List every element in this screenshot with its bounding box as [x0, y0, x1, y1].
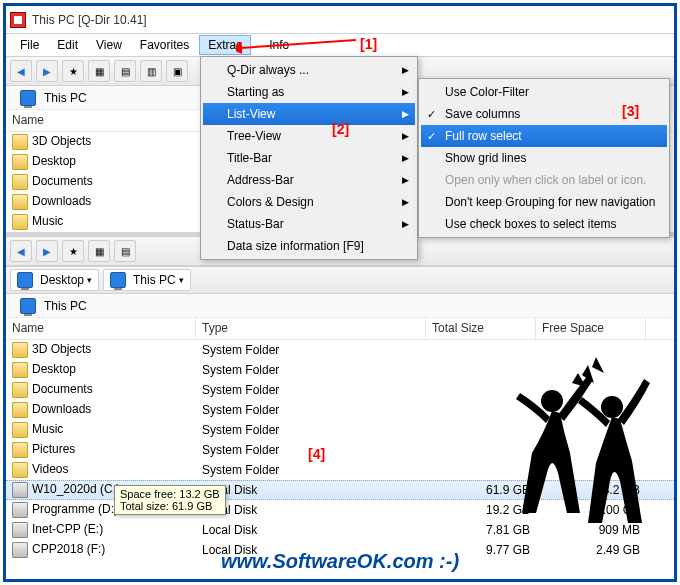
tooltip: Space free: 13.2 GB Total size: 61.9 GB: [114, 485, 226, 515]
menu-qdir-always[interactable]: Q-Dir always ...▶: [203, 59, 415, 81]
back-button[interactable]: ◀: [10, 240, 32, 262]
col-name[interactable]: Name: [6, 318, 196, 339]
pc-icon: [110, 272, 126, 288]
crumb-thispc[interactable]: This PC ▾: [103, 269, 191, 291]
star-button[interactable]: ★: [62, 60, 84, 82]
footer-text: www.SoftwareOK.com :-): [6, 550, 674, 573]
tab-thispc[interactable]: This PC: [12, 296, 95, 316]
forward-button[interactable]: ▶: [36, 240, 58, 262]
submenu-arrow-icon: ▶: [402, 65, 409, 75]
menu-status-bar[interactable]: Status-Bar▶: [203, 213, 415, 235]
svg-line-1: [240, 40, 356, 48]
submenu-arrow-icon: ▶: [402, 175, 409, 185]
extras-menu: Q-Dir always ...▶ Starting as▶ List-View…: [200, 56, 418, 260]
app-icon: [10, 12, 26, 28]
crumb-label: Desktop: [40, 273, 84, 287]
drive-icon: [12, 522, 28, 538]
pc-icon: [20, 298, 36, 314]
tab-label: This PC: [44, 91, 87, 105]
tooltip-line: Space free: 13.2 GB: [120, 488, 220, 500]
arrow-annotation: [236, 32, 366, 56]
chevron-down-icon: ▾: [179, 275, 184, 285]
title-bar: This PC [Q-Dir 10.41]: [6, 6, 674, 34]
tab-label: This PC: [44, 299, 87, 313]
desktop-icon: [17, 272, 33, 288]
menu-full-row-select[interactable]: ✓Full row select: [421, 125, 667, 147]
window-title: This PC [Q-Dir 10.41]: [32, 13, 147, 27]
folder-icon: [12, 214, 28, 230]
tool-button[interactable]: ▦: [88, 60, 110, 82]
folder-icon: [12, 342, 28, 358]
annotation-2: [2]: [332, 121, 349, 137]
drive-icon: [12, 502, 28, 518]
menu-grid-lines[interactable]: Show grid lines: [421, 147, 667, 169]
menu-tree-view[interactable]: Tree-View▶: [203, 125, 415, 147]
address-bar: Desktop ▾ This PC ▾: [6, 266, 674, 294]
back-button[interactable]: ◀: [10, 60, 32, 82]
menu-starting-as[interactable]: Starting as▶: [203, 81, 415, 103]
crumb-label: This PC: [133, 273, 176, 287]
submenu-arrow-icon: ▶: [402, 131, 409, 141]
folder-icon: [12, 154, 28, 170]
menu-view[interactable]: View: [88, 36, 130, 54]
menu-open-only: Open only when click on label or icon.: [421, 169, 667, 191]
star-button[interactable]: ★: [62, 240, 84, 262]
tool-button[interactable]: ▤: [114, 240, 136, 262]
svg-point-3: [601, 396, 623, 418]
submenu-arrow-icon: ▶: [402, 197, 409, 207]
menu-color-filter[interactable]: Use Color-Filter: [421, 81, 667, 103]
listview-submenu: Use Color-Filter ✓Save columns ✓Full row…: [418, 78, 670, 238]
menu-no-grouping[interactable]: Don't keep Grouping for new navigation: [421, 191, 667, 213]
tab-row-lower: This PC: [6, 294, 674, 318]
submenu-arrow-icon: ▶: [402, 87, 409, 97]
tool-button[interactable]: ▦: [88, 240, 110, 262]
folder-icon: [12, 382, 28, 398]
tool-button[interactable]: ▤: [114, 60, 136, 82]
annotation-4: [4]: [308, 446, 325, 462]
column-headers-lower: Name Type Total Size Free Space: [6, 318, 674, 340]
folder-icon: [12, 362, 28, 378]
check-icon: ✓: [427, 108, 436, 121]
tool-button[interactable]: ▥: [140, 60, 162, 82]
folder-icon: [12, 174, 28, 190]
menu-list-view[interactable]: List-View▶: [203, 103, 415, 125]
menu-address-bar[interactable]: Address-Bar▶: [203, 169, 415, 191]
folder-icon: [12, 462, 28, 478]
tab-thispc[interactable]: This PC: [12, 88, 95, 108]
menu-file[interactable]: File: [12, 36, 47, 54]
folder-icon: [12, 194, 28, 210]
folder-icon: [12, 134, 28, 150]
pc-icon: [20, 90, 36, 106]
menu-check-boxes[interactable]: Use check boxes to select items: [421, 213, 667, 235]
submenu-arrow-icon: ▶: [402, 219, 409, 229]
check-icon: ✓: [427, 130, 436, 143]
dancers-graphic: [492, 353, 662, 533]
col-free[interactable]: Free Space: [536, 318, 646, 339]
svg-point-2: [541, 390, 563, 412]
col-type[interactable]: Type: [196, 318, 426, 339]
menu-favorites[interactable]: Favorites: [132, 36, 197, 54]
crumb-desktop[interactable]: Desktop ▾: [10, 269, 99, 291]
annotation-1: [1]: [360, 36, 377, 52]
folder-icon: [12, 422, 28, 438]
col-total[interactable]: Total Size: [426, 318, 536, 339]
col-name[interactable]: Name: [6, 110, 206, 131]
folder-icon: [12, 402, 28, 418]
submenu-arrow-icon: ▶: [402, 153, 409, 163]
annotation-3: [3]: [622, 103, 639, 119]
menu-title-bar[interactable]: Title-Bar▶: [203, 147, 415, 169]
menu-data-size[interactable]: Data size information [F9]: [203, 235, 415, 257]
folder-icon: [12, 442, 28, 458]
menu-colors-design[interactable]: Colors & Design▶: [203, 191, 415, 213]
submenu-arrow-icon: ▶: [402, 109, 409, 119]
tooltip-line: Total size: 61.9 GB: [120, 500, 220, 512]
menu-edit[interactable]: Edit: [49, 36, 86, 54]
drive-icon: [12, 482, 28, 498]
forward-button[interactable]: ▶: [36, 60, 58, 82]
chevron-down-icon: ▾: [87, 275, 92, 285]
tool-button[interactable]: ▣: [166, 60, 188, 82]
